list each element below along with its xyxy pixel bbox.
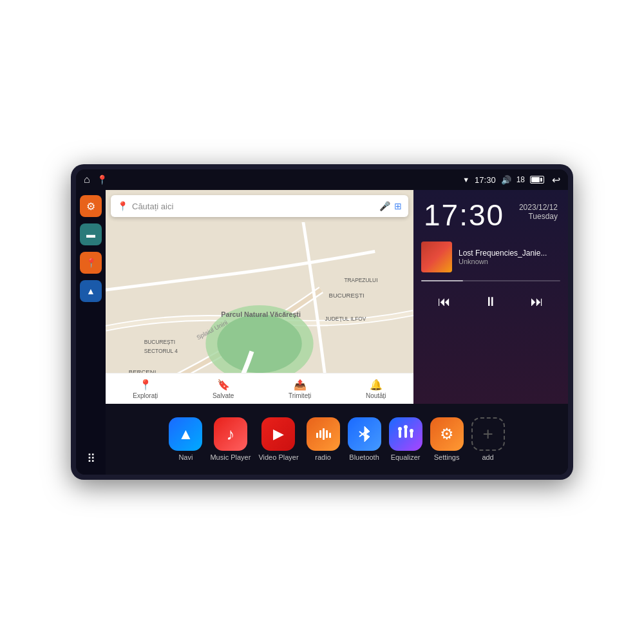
clock-day: Tuesday: [519, 212, 558, 221]
music-player-label: Music Player: [210, 453, 251, 461]
radio-icon-box: [307, 417, 340, 451]
map-pin-icon: 📍: [86, 258, 97, 268]
music-note-icon: ♪: [226, 424, 234, 444]
right-panel: 17:30 2023/12/12 Tuesday: [413, 190, 568, 404]
map-svg: Parcul Natural Văcărești BUCUREȘTI JUDEȚ…: [106, 222, 413, 373]
news-icon: 🔔: [370, 379, 383, 391]
sidebar-settings-button[interactable]: ⚙: [80, 195, 102, 217]
album-art: [421, 242, 452, 272]
app-music-player[interactable]: ♪ Music Player: [210, 417, 251, 461]
settings-label: Settings: [434, 453, 460, 461]
navi-icon: ▲: [169, 417, 202, 451]
music-controls: ⏮ ⏸ ⏭: [421, 289, 560, 314]
pause-button[interactable]: ⏸: [479, 292, 502, 312]
navi-label: Navi: [178, 453, 193, 461]
app-radio[interactable]: radio: [307, 417, 340, 461]
sidebar-maps-button[interactable]: 📍: [80, 252, 102, 274]
svg-rect-21: [399, 430, 401, 438]
video-player-label: Video Player: [258, 453, 298, 461]
music-progress-bar[interactable]: [421, 280, 560, 281]
svg-rect-22: [404, 428, 407, 438]
svg-rect-17: [326, 430, 328, 438]
car-display-device: ▼ 17:30 🔊 18 ⚙ ▬: [71, 164, 573, 480]
mic-icon[interactable]: 🎤: [379, 201, 390, 211]
settings-icon: ⚙: [86, 200, 95, 213]
next-button[interactable]: ⏭: [526, 292, 549, 312]
map-saved-button[interactable]: 🔖 Salvate: [213, 379, 234, 399]
svg-text:TRAPEZULUI: TRAPEZULUI: [344, 277, 377, 283]
app-video-player[interactable]: ▶ Video Player: [258, 417, 298, 461]
svg-point-2: [217, 314, 301, 373]
svg-text:JUDEȚUL ILFOV: JUDEȚUL ILFOV: [325, 316, 366, 322]
explore-label: Explorați: [133, 392, 158, 399]
top-panels: 📍 Căutați aici 🎤 ⊞: [106, 190, 568, 404]
apps-grid-icon: ⠿: [87, 453, 95, 464]
play-icon: ▶: [273, 426, 284, 442]
status-left-icons: [84, 174, 108, 185]
sidebar-apps-button[interactable]: ⠿: [80, 448, 102, 469]
signal-icon: ▼: [462, 176, 469, 184]
volume-level: 18: [516, 175, 525, 184]
volume-icon: 🔊: [501, 175, 511, 185]
bluetooth-symbol-icon: [357, 425, 372, 443]
battery-tip: [540, 178, 542, 182]
back-icon[interactable]: [552, 174, 560, 186]
svg-text:Parcul Natural Văcărești: Parcul Natural Văcărești: [221, 310, 301, 318]
center-right-panel: 📍 Căutați aici 🎤 ⊞: [106, 190, 568, 475]
navi-arrow-icon: ▲: [178, 425, 194, 443]
music-progress-fill: [421, 280, 463, 281]
equalizer-label: Equalizer: [391, 453, 421, 461]
app-add[interactable]: + add: [471, 417, 505, 461]
saved-label: Salvate: [213, 392, 234, 399]
status-bar: ▼ 17:30 🔊 18: [76, 169, 568, 190]
music-section: Lost Frequencies_Janie... Unknown ⏮ ⏸ ⏭: [413, 236, 568, 404]
bluetooth-icon-box: [348, 417, 381, 451]
equalizer-icon-box: [389, 417, 422, 451]
layers-icon[interactable]: ⊞: [394, 201, 402, 211]
app-grid: ▲ Navi ♪ Music Player ▶: [169, 417, 504, 461]
settings-icon-box: ⚙: [430, 417, 464, 451]
sidebar-files-button[interactable]: ▬: [80, 223, 102, 245]
nav-arrow-icon: ▲: [86, 286, 95, 296]
map-search-placeholder[interactable]: Căutați aici: [132, 202, 375, 211]
clock-date-value: 2023/12/12: [519, 203, 558, 212]
svg-rect-16: [323, 428, 325, 440]
radio-wave-icon: [314, 425, 332, 443]
sidebar-nav-button[interactable]: ▲: [80, 280, 102, 302]
clock-section: 17:30 2023/12/12 Tuesday: [413, 190, 568, 236]
app-navi[interactable]: ▲ Navi: [169, 417, 202, 461]
send-label: Trimiteți: [289, 392, 311, 399]
music-player-icon: ♪: [214, 417, 247, 451]
app-grid-section: ▲ Navi ♪ Music Player ▶: [106, 404, 568, 475]
app-settings[interactable]: ⚙ Settings: [430, 417, 464, 461]
battery-icon: [530, 176, 544, 184]
music-info: Lost Frequencies_Janie... Unknown: [421, 242, 560, 272]
google-maps-pin-icon: 📍: [117, 201, 128, 211]
svg-text:BUCUREȘTI: BUCUREȘTI: [329, 292, 365, 299]
video-player-icon: ▶: [261, 417, 295, 451]
send-icon: 📤: [294, 379, 307, 391]
prev-button[interactable]: ⏮: [433, 292, 456, 312]
svg-rect-14: [316, 433, 318, 438]
app-bluetooth[interactable]: Bluetooth: [348, 417, 381, 461]
radio-label: radio: [315, 453, 330, 461]
svg-text:BUCUREȘTI: BUCUREȘTI: [144, 339, 175, 345]
map-send-button[interactable]: 📤 Trimiteți: [289, 379, 311, 399]
map-search-bar[interactable]: 📍 Căutați aici 🎤 ⊞: [111, 195, 408, 217]
battery-fill: [531, 177, 540, 182]
music-text: Lost Frequencies_Janie... Unknown: [459, 249, 560, 265]
album-art-image: [421, 242, 452, 272]
explore-icon: 📍: [139, 379, 152, 391]
map-panel[interactable]: 📍 Căutați aici 🎤 ⊞: [106, 190, 413, 404]
svg-rect-18: [329, 433, 331, 438]
map-explore-button[interactable]: 📍 Explorați: [133, 379, 158, 399]
gear-icon: ⚙: [440, 425, 454, 443]
home-icon[interactable]: [84, 174, 90, 185]
time-display: 17:30: [475, 175, 496, 185]
plus-icon: +: [482, 425, 493, 443]
device-screen: ▼ 17:30 🔊 18 ⚙ ▬: [76, 169, 568, 475]
main-content: ⚙ ▬ 📍 ▲ ⠿: [76, 190, 568, 475]
app-equalizer[interactable]: Equalizer: [389, 417, 422, 461]
maps-status-icon[interactable]: [97, 175, 108, 185]
map-news-button[interactable]: 🔔 Noutăți: [366, 379, 386, 399]
